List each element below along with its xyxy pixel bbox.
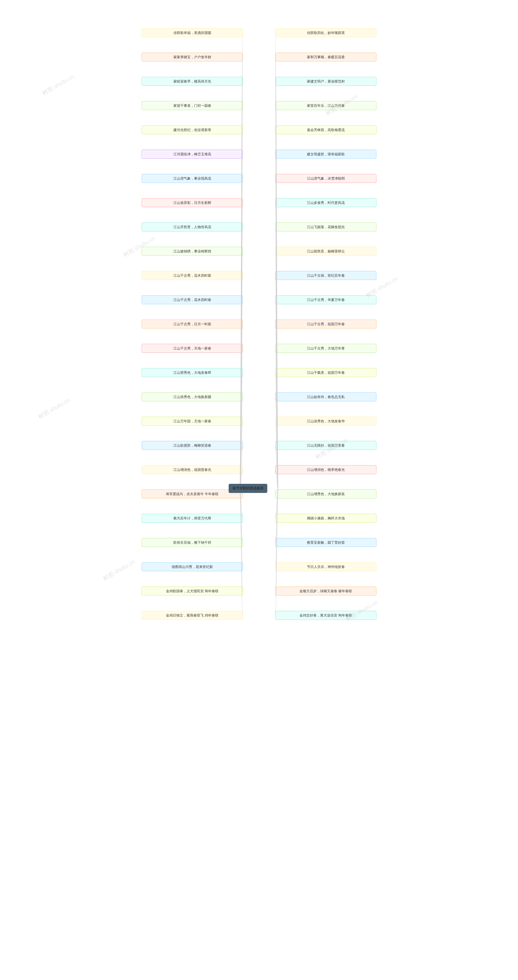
watermark-2: 树图 shuitu.cn	[37, 396, 72, 421]
branch-node-r14: 江山千古秀，大地万年青	[275, 344, 376, 353]
branch-node-l21: 教为百年计，师受万代尊	[142, 514, 243, 523]
branch-node-l22: 阶前生百福，檐下纳千祥	[142, 538, 243, 547]
branch-node-r6: 建文明盛世，谱幸福新歌	[275, 150, 376, 159]
branch-node-r21: 脚踏小康路，胸怀大市场	[275, 514, 376, 523]
branch-node-r9: 江山飞丽藻，花柳发韶光	[275, 223, 376, 231]
branch-node-r1: 佳联歌四化，妙对颂群英	[275, 28, 376, 37]
branch-node-l13: 江山千古秀，日月一时新	[142, 320, 243, 328]
watermark-0: 树图 shuitu.cn	[41, 73, 75, 97]
branch-node-l18: 江山欲揽胜，梅柳笑迎春	[142, 441, 243, 450]
branch-node-r20: 江山增秀色，大地换新装	[275, 490, 376, 498]
branch-node-l3: 家睦迎春早，楼高得月先	[142, 77, 243, 86]
branch-node-l16: 江山添秀色，大地换新颜	[142, 392, 243, 401]
branch-node-r8: 江山多俊秀，时代更风流	[275, 198, 376, 207]
branch-node-l2: 家家养猪宝，户户发羊财	[142, 52, 243, 62]
branch-node-l8: 江山放异彩，日月生新辉	[142, 198, 243, 207]
branch-node-r25: 金鸡交好卷，黄犬送佳音 狗年春联	[275, 611, 376, 620]
branch-node-r23: 节日人共乐，神州地皆春	[275, 562, 376, 571]
branch-node-l10: 江山披锦绣，事业铸辉煌	[142, 247, 243, 256]
watermark-3: 树图 shuitu.cn	[102, 558, 136, 582]
branch-node-l14: 江山千古秀，天地一家春	[142, 344, 243, 353]
branch-node-l17: 江山万年固，天地一家春	[142, 417, 243, 426]
branch-node-l11: 江山千古秀，花木四时新	[142, 271, 243, 280]
branch-node-r11: 江山千古画，世纪百年春	[275, 271, 376, 280]
branch-node-r4: 家室百年乐，江山万代春	[275, 101, 376, 110]
branch-node-r10: 江山留胜意，杨柳茎卵云	[275, 247, 376, 256]
branch-node-l24: 金鸡歌国泰，义犬报民安 狗年春联	[142, 587, 243, 595]
branch-node-r22: 教育呈新貌，园丁育好苗	[275, 538, 376, 547]
branch-node-r24: 金猴方启岁，绿柳又催春 猴年春联	[275, 587, 376, 595]
branch-node-r2: 家和万事顺，春暖百花香	[275, 52, 376, 62]
branch-node-l23: 借图得山川秀，迎来世纪新	[142, 562, 243, 571]
center-node: 春节对联经典选集库	[229, 484, 267, 493]
branch-node-l5: 建功光胜纪，创业谱新章	[142, 126, 243, 134]
branch-node-r16: 江山如有待，春色总无私	[275, 392, 376, 401]
branch-node-l19: 江山增润色，祖国普春光	[142, 465, 243, 474]
mind-map: 春节对联经典选集库 佳联歌幸福，美酒庆团圆家家养猪宝，户户发羊财家睦迎春早，楼高…	[0, 0, 518, 980]
branch-node-l9: 江山开胜景，人物倍风流	[142, 223, 243, 231]
branch-node-l6: 江河霜练净，峰峦玉堆高	[142, 150, 243, 159]
branch-node-l4: 家迎千事喜，门对一园春	[142, 101, 243, 110]
branch-node-r3: 家建文明户，寨追模范村	[275, 77, 376, 86]
branch-node-r19: 江山增润色，桃李艳春光	[275, 465, 376, 474]
branch-node-r5: 嘉会芳林苑，高歌翰墨流	[275, 126, 376, 134]
branch-node-r17: 江山添秀色，大地发春华	[275, 417, 376, 426]
branch-node-r18: 江山无限好，祖国万里春	[275, 441, 376, 450]
branch-node-l20: 将军爱战马，农夫喜黄牛 牛年春联	[142, 490, 243, 498]
branch-node-l1: 佳联歌幸福，美酒庆团圆	[142, 28, 243, 37]
branch-node-r7: 江山澄气象，冰雪净聪明	[275, 174, 376, 183]
branch-node-l12: 江山千古秀，花木四时春	[142, 295, 243, 304]
branch-node-r15: 江山千载美，祖国万年春	[275, 368, 376, 377]
branch-node-l25: 金鸡日独立，紫燕春双飞 鸡年春联	[142, 611, 243, 620]
branch-node-r12: 江山千古秀，华夏万年春	[275, 295, 376, 304]
branch-node-l7: 江山澄气象，事业现风流	[142, 174, 243, 183]
branch-node-l15: 江山荣秀色，大地发春晖	[142, 368, 243, 377]
branch-node-r13: 江山千古秀，祖国万年春	[275, 320, 376, 328]
